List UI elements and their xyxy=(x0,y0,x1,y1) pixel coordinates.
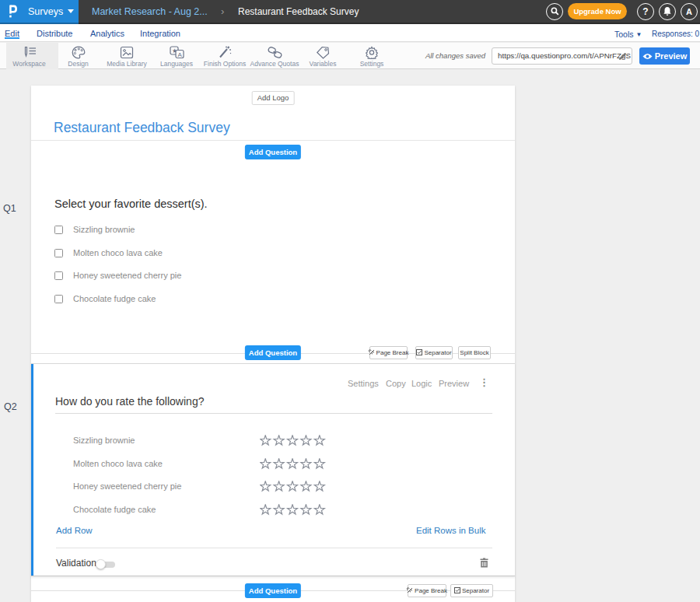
svg-text:A: A xyxy=(177,51,182,58)
